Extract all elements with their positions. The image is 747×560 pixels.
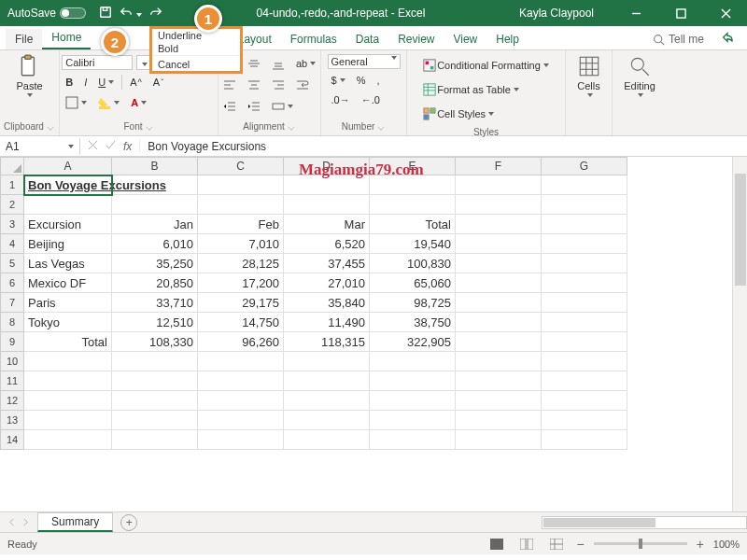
cell[interactable] [198, 411, 284, 430]
undo-icon[interactable] [120, 6, 133, 21]
row-header[interactable]: 1 [0, 175, 24, 195]
cell[interactable]: 35,840 [284, 293, 370, 313]
cell[interactable] [370, 391, 456, 411]
cell[interactable] [542, 215, 627, 234]
view-page-break-icon[interactable] [546, 537, 567, 552]
cell[interactable]: Las Vegas [24, 254, 112, 273]
row-header[interactable]: 6 [0, 273, 24, 293]
col-header[interactable]: B [112, 157, 198, 175]
cell[interactable] [284, 195, 370, 215]
cell[interactable] [198, 371, 284, 391]
cell[interactable] [456, 313, 542, 332]
cell[interactable] [456, 273, 542, 293]
row-header[interactable]: 3 [0, 215, 24, 234]
cell[interactable]: 20,850 [112, 273, 198, 293]
sheet-prev-icon[interactable] [7, 516, 16, 529]
zoom-slider[interactable] [594, 542, 687, 545]
cell[interactable]: Feb [198, 215, 284, 234]
percent-icon[interactable]: % [353, 72, 370, 89]
autosave-toggle-icon[interactable] [60, 7, 86, 19]
cell[interactable] [24, 371, 112, 391]
view-page-layout-icon[interactable] [516, 537, 537, 552]
tab-data[interactable]: Data [346, 29, 388, 49]
view-normal-icon[interactable] [486, 537, 507, 552]
cell[interactable] [542, 371, 627, 391]
tab-home[interactable]: Home [42, 27, 91, 49]
row-header[interactable]: 8 [0, 313, 24, 332]
cell[interactable]: 108,330 [112, 332, 198, 352]
conditional-formatting-button[interactable]: Conditional Formatting [419, 56, 553, 75]
decrease-decimal-icon[interactable]: ←.0 [358, 91, 384, 108]
cell[interactable]: 29,175 [198, 293, 284, 313]
cell[interactable] [370, 175, 456, 195]
cell[interactable] [24, 411, 112, 430]
col-header[interactable]: F [456, 157, 542, 175]
cell[interactable]: 98,725 [370, 293, 456, 313]
tab-review[interactable]: Review [388, 29, 444, 49]
currency-icon[interactable]: $ [328, 72, 349, 89]
cell[interactable] [456, 430, 542, 450]
vertical-scrollbar[interactable] [732, 157, 747, 511]
cell[interactable] [112, 371, 198, 391]
undo-cancel[interactable]: Cancel [152, 55, 240, 71]
merge-center-icon[interactable] [268, 97, 297, 116]
cell[interactable] [284, 352, 370, 371]
cell[interactable] [456, 254, 542, 273]
cell[interactable]: Paris [24, 293, 112, 313]
cancel-formula-icon[interactable] [88, 140, 98, 153]
cell[interactable] [112, 352, 198, 371]
row-header[interactable]: 12 [0, 391, 24, 411]
cell[interactable] [112, 411, 198, 430]
zoom-out-button[interactable]: − [576, 537, 584, 552]
cell[interactable] [542, 391, 627, 411]
col-header[interactable]: A [24, 157, 112, 175]
undo-item-underline[interactable]: Underline [152, 29, 240, 42]
undo-history-menu[interactable]: Underline Bold Cancel [149, 26, 243, 74]
formula-input[interactable]: Bon Voyage Excursions [140, 138, 747, 155]
cell[interactable] [24, 195, 112, 215]
increase-indent-icon[interactable] [244, 97, 264, 116]
cell[interactable]: 27,010 [284, 273, 370, 293]
cell[interactable]: 11,490 [284, 313, 370, 332]
decrease-font-icon[interactable]: Aˇ [149, 74, 167, 91]
cell[interactable] [456, 195, 542, 215]
cell[interactable] [198, 195, 284, 215]
cell[interactable]: 19,540 [370, 234, 456, 254]
cell[interactable]: 65,060 [370, 273, 456, 293]
cell[interactable]: 96,260 [198, 332, 284, 352]
cell[interactable] [456, 215, 542, 234]
tab-file[interactable]: File [6, 29, 42, 49]
cell[interactable] [456, 371, 542, 391]
cell[interactable] [370, 430, 456, 450]
cell[interactable] [542, 175, 627, 195]
cell[interactable]: 6,520 [284, 234, 370, 254]
cell[interactable] [24, 430, 112, 450]
tab-help[interactable]: Help [486, 29, 529, 49]
align-middle-icon[interactable] [244, 54, 264, 73]
user-name[interactable]: Kayla Claypool [519, 7, 594, 20]
cell[interactable] [542, 195, 627, 215]
cell[interactable]: 28,125 [198, 254, 284, 273]
orientation-icon[interactable]: ab [292, 55, 319, 72]
cell[interactable]: 7,010 [198, 234, 284, 254]
zoom-in-button[interactable]: + [697, 537, 704, 552]
align-right-icon[interactable] [268, 76, 289, 94]
cell[interactable] [112, 391, 198, 411]
cell[interactable] [542, 352, 627, 371]
row-header[interactable]: 13 [0, 411, 24, 430]
editing-button[interactable]: Editing [618, 52, 661, 99]
row-header[interactable]: 5 [0, 254, 24, 273]
row-header[interactable]: 2 [0, 195, 24, 215]
select-all-corner[interactable] [0, 157, 24, 175]
cell[interactable]: 100,830 [370, 254, 456, 273]
cell[interactable]: Total [370, 215, 456, 234]
close-button[interactable] [710, 0, 741, 26]
cell[interactable]: Beijing [24, 234, 112, 254]
cell[interactable]: 322,905 [370, 332, 456, 352]
cell[interactable]: Tokyo [24, 313, 112, 332]
col-header[interactable]: G [542, 157, 627, 175]
sheet-next-icon[interactable] [21, 516, 30, 529]
cells-button[interactable]: Cells [571, 52, 607, 99]
redo-icon[interactable] [149, 6, 162, 21]
fill-color-icon[interactable] [94, 93, 123, 112]
